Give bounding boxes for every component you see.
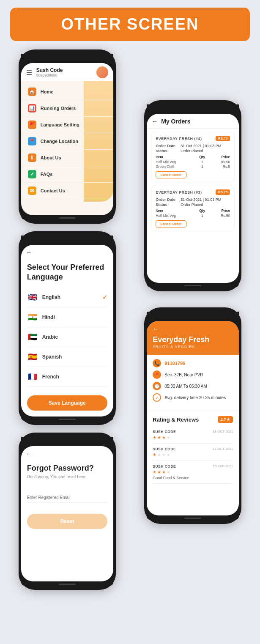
menu-item-running-orders[interactable]: 📊 Running Orders [21,100,113,117]
order-badge-1: RS.75 [216,136,230,141]
back-button-orders[interactable]: ← [152,118,158,125]
back-button-forgot[interactable]: ← [26,450,32,457]
reviews-header: Rating & Reviews 2.7 ★ [153,416,233,423]
forgot-header: ← [21,446,113,460]
location-icon-shop: 📍 [153,370,161,379]
clock-icon: 🕐 [153,382,161,390]
english-flag: 🇬🇧 [27,292,38,303]
review-stars-3: ★ ★ ★ ★ [153,470,233,474]
language-list: 🇬🇧 English ✓ 🇮🇳 Hindi 🇦🇪 Arabic 🇪🇸 [21,288,113,387]
spanish-flag: 🇪🇸 [27,351,38,362]
header-title: OTHER SCREEN [10,15,250,33]
review-user-1: SUSH CODE [153,430,176,434]
review-card-2: SUSH CODE 12-OCT-2021 ★ ★ ★ ★ [153,444,233,461]
shop-phone-row: 📞 91181796 [153,359,233,367]
shop-address-row: 📍 Sec. 32B, Near PVR [153,370,233,379]
running-orders-icon: 📊 [28,104,36,112]
menu-items: 🏠 Home 📊 Running Orders 🚩 Language Setti… [21,81,113,202]
forgot-title: Forgot Password? [21,460,113,474]
star-empty: ★ [167,452,170,457]
orders-title: My Orders [161,118,190,125]
shop-delivery-row: ✓ Avg. delivery time 20-25 minutes [153,393,233,402]
phone-shop-detail: ← Everyday Fresh FRUITS & VEGGIES 📞 9118… [144,307,241,524]
back-button[interactable]: ← [26,249,32,256]
lang-item-spanish[interactable]: 🇪🇸 Spanish [27,347,107,367]
location-icon: 📍 [28,137,36,145]
review-card-1: SUSH CODE 18-OCT-2021 ★ ★ ★ ★ [153,426,233,444]
review-stars-2: ★ ★ ★ ★ [153,452,233,457]
order-shop-2: EVERYDAY FRESH (#3) [156,190,202,195]
order-item-row: Green Chilli 1 Rs.5 [156,164,230,169]
shop-sub: FRUITS & VEGGIES [153,345,233,349]
user-phone: 9898989898 [36,73,92,77]
order-card-1: EVERYDAY FRESH (#4) RS.75 Order Date 31-… [151,132,235,182]
home-icon: 🏠 [28,88,36,96]
language-icon: 🚩 [28,121,36,129]
header-banner: OTHER SCREEN [10,8,250,41]
review-date-3: 29-SEP-2021 [213,464,233,469]
star: ★ [162,470,166,474]
star-empty: ★ [167,435,170,440]
order-shop-1: EVERYDAY FRESH (#4) [156,137,202,141]
shop-address: Sec. 32B, Near PVR [164,373,203,377]
save-language-button[interactable]: Save Language [27,395,107,411]
order-card-2: EVERYDAY FRESH (#3) RS.75 Order Date 31-… [151,186,235,231]
back-button-shop[interactable]: ← [153,325,233,333]
shop-phone-number: 91181796 [164,361,185,366]
lang-title: Select Your Preferred Language [21,258,113,288]
phone-language: ← Select Your Preferred Language 🇬🇧 Engl… [19,231,116,425]
order-item-row: Half Mix Veg 1 Rs.50 [156,214,230,218]
menu-item-home[interactable]: 🏠 Home [21,84,113,100]
hamburger-icon[interactable]: ☰ [26,69,32,77]
star-empty: ★ [167,470,170,474]
reset-button[interactable]: Reset [27,514,107,529]
review-user-2: SUSH CODE [153,447,176,451]
lang-item-english[interactable]: 🇬🇧 English ✓ [27,288,107,307]
star: ★ [153,452,156,457]
check-mark: ✓ [102,294,107,301]
review-date-2: 12-OCT-2021 [213,447,233,451]
star: ★ [157,470,161,474]
shop-name: Everyday Fresh [153,335,233,344]
lang-item-french[interactable]: 🇫🇷 French [27,367,107,387]
star: ★ [153,470,156,474]
orders-header: ← My Orders [147,114,239,129]
lang-item-arabic[interactable]: 🇦🇪 Arabic [27,327,107,347]
phone-icon: 📞 [153,359,161,367]
email-input[interactable] [27,493,107,503]
menu-item-location[interactable]: 📍 Change Location [21,133,113,150]
menu-item-faqs[interactable]: ✓ FAQs [21,166,113,183]
faqs-icon: ✓ [28,170,36,178]
phone-menu: ☰ Sush Code 9898989898 🏠 [19,49,116,224]
review-text-3: Good Food & Service [153,476,233,480]
star: ★ [153,435,156,440]
arabic-flag: 🇦🇪 [27,332,38,343]
order-item-row: Half Mix Veg 1 Rs.50 [156,160,230,164]
about-icon: ℹ [28,153,36,162]
lang-header: ← [21,245,113,258]
star-icon: ★ [227,417,230,422]
delivery-icon: ✓ [153,393,161,402]
review-date-1: 18-OCT-2021 [213,430,233,434]
avatar [96,66,108,78]
lang-item-hindi[interactable]: 🇮🇳 Hindi [27,307,107,327]
star: ★ [162,435,166,440]
cancel-order-button-1[interactable]: Cancel Order [156,171,186,178]
review-stars-1: ★ ★ ★ ★ [153,435,233,440]
reviews-section: Rating & Reviews 2.7 ★ SUSH CODE 18-OCT-… [147,413,239,487]
shop-info: 📞 91181796 📍 Sec. 32B, Near PVR 🕐 05:30 … [147,355,239,409]
star-empty: ★ [157,452,161,457]
menu-item-language[interactable]: 🚩 Language Setting [21,117,113,133]
menu-header: ☰ Sush Code 9898989898 [21,63,113,81]
menu-item-about[interactable]: ℹ About Us [21,150,113,166]
contact-icon: ✉ [28,186,36,195]
review-card-3: SUSH CODE 29-SEP-2021 ★ ★ ★ ★ Good Food … [153,461,233,484]
rating-badge: 2.7 ★ [218,416,233,423]
menu-item-contact[interactable]: ✉ Contact Us [21,183,113,199]
french-flag: 🇫🇷 [27,371,38,382]
shop-delivery: Avg. delivery time 20-25 minutes [164,395,226,400]
phone-forgot-password: ← Forgot Password? Don't worry, You can … [19,433,116,590]
cancel-order-button-2[interactable]: Cancel Order [156,220,186,227]
hindi-flag: 🇮🇳 [27,312,38,323]
user-name: Sush Code [36,67,92,73]
